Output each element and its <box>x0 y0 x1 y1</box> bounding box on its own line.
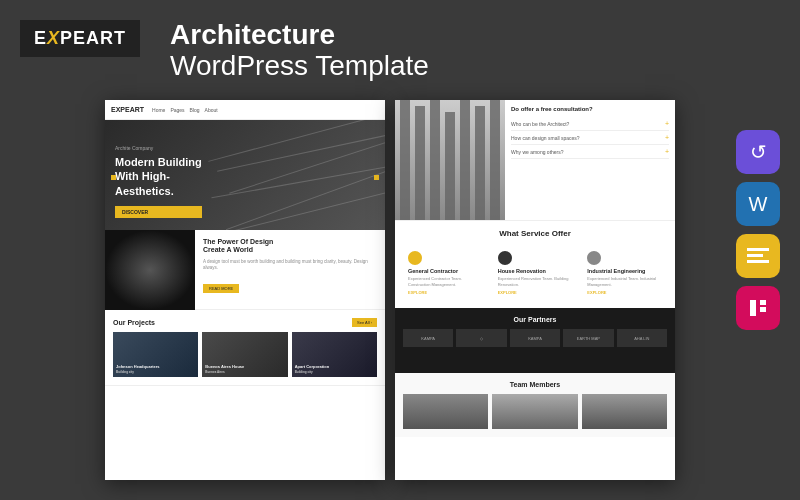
consultation-question-1: Who can be the Architect? <box>511 121 569 127</box>
svg-rect-5 <box>760 307 766 312</box>
power-image <box>105 230 195 310</box>
consult-arrow-2: + <box>665 134 669 141</box>
uf-plugin-icon[interactable] <box>736 234 780 278</box>
project-card-1[interactable]: Johnson HeadquartersBuilding city <box>113 332 198 377</box>
consult-arrow-1: + <box>665 120 669 127</box>
service-name-2: House Renovation <box>498 268 573 274</box>
pillar-4 <box>445 112 455 220</box>
partner-5: AHA LIN <box>617 329 667 347</box>
service-desc-2: Experienced Renovation Team. Building Re… <box>498 276 573 287</box>
logo-text: EXPEART <box>34 28 126 49</box>
power-description: A design tool must be worth building and… <box>203 259 377 272</box>
consultation-item-1[interactable]: Who can be the Architect? + <box>511 117 669 131</box>
project-name-1: Johnson HeadquartersBuilding city <box>116 364 160 374</box>
power-title: The Power Of DesignCreate A World <box>203 238 377 255</box>
partner-1: KAMPA <box>403 329 453 347</box>
tunnel-visual <box>105 230 195 310</box>
project-name-2: Buenos Aires HouseBuenos Aires <box>205 364 244 374</box>
projects-grid: Johnson HeadquartersBuilding city Buenos… <box>113 332 377 377</box>
partner-2: ◇ <box>456 329 506 347</box>
logo-x: X <box>47 28 60 48</box>
service-link-1[interactable]: EXPLORE <box>408 290 483 295</box>
hero-heading: Modern BuildingWith High-Aesthetics. <box>115 155 202 198</box>
partners-title: Our Partners <box>403 316 667 323</box>
team-section-title: Team Members <box>403 381 667 388</box>
service-link-2[interactable]: EXPLORE <box>498 290 573 295</box>
power-content: The Power Of DesignCreate A World A desi… <box>195 230 385 309</box>
mini-nav: EXPEART Home Pages Blog About <box>105 100 385 120</box>
service-icon-1 <box>408 251 422 265</box>
svg-rect-0 <box>747 248 769 251</box>
consultation-title: Do offer a free consultation? <box>511 106 669 112</box>
project-card-3[interactable]: Apart CorporationBuilding city <box>292 332 377 377</box>
service-link-3[interactable]: EXPLORE <box>587 290 662 295</box>
projects-section-header: Our Projects See All › <box>113 318 377 327</box>
consultation-item-2[interactable]: How can design small spaces? + <box>511 131 669 145</box>
projects-section-title: Our Projects <box>113 319 155 326</box>
mini-nav-home: Home <box>152 107 165 113</box>
svg-rect-4 <box>760 300 766 305</box>
consult-arrow-3: + <box>665 148 669 155</box>
mini-nav-blog: Blog <box>190 107 200 113</box>
partners-section: Our Partners KAMPA ◇ KAMPA EARTH MAP AHA… <box>395 308 675 373</box>
team-member-1 <box>403 394 488 429</box>
power-section: The Power Of DesignCreate A World A desi… <box>105 230 385 310</box>
svg-rect-1 <box>747 254 763 257</box>
service-name-1: General Contractor <box>408 268 483 274</box>
hero-dot-left <box>111 175 116 180</box>
pillar-1 <box>400 100 410 220</box>
team-member-2 <box>492 394 577 429</box>
service-icon-3 <box>587 251 601 265</box>
title-line2: WordPress Template <box>170 51 429 82</box>
consultation-form: Do offer a free consultation? Who can be… <box>505 100 675 220</box>
left-template-preview: EXPEART Home Pages Blog About Archite Co… <box>105 100 385 480</box>
pillar-6 <box>475 106 485 220</box>
hero-company-label: Archite Company <box>115 145 202 151</box>
hero-discover-button[interactable]: DISCOVER <box>115 206 202 218</box>
mini-nav-about: About <box>205 107 218 113</box>
svg-rect-3 <box>750 300 756 316</box>
service-icon-2 <box>498 251 512 265</box>
power-read-more-button[interactable]: READ MORE <box>203 284 239 293</box>
columns-visual <box>395 100 505 220</box>
mini-nav-items: Home Pages Blog About <box>152 107 218 113</box>
project-name-3: Apart CorporationBuilding city <box>295 364 329 374</box>
wordpress-plugin-icon[interactable]: W <box>736 182 780 226</box>
service-name-3: Industrial Engineering <box>587 268 662 274</box>
consultation-question-3: Why we among others? <box>511 149 564 155</box>
plugin-icons-panel: ↺ W <box>736 130 780 330</box>
hero-geo-lines <box>225 125 365 230</box>
pillar-3 <box>430 100 440 220</box>
hero-content: Archite Company Modern BuildingWith High… <box>115 145 202 218</box>
consultation-image <box>395 100 505 220</box>
services-section-title: What Service Offer <box>403 229 667 238</box>
projects-see-all-button[interactable]: See All › <box>352 318 377 327</box>
services-grid: General Contractor Experienced Contracto… <box>403 246 667 300</box>
recycle-plugin-icon[interactable]: ↺ <box>736 130 780 174</box>
header-area: EXPEART Architecture WordPress Template <box>20 20 429 82</box>
elementor-plugin-icon[interactable] <box>736 286 780 330</box>
mini-logo-text: EXPEART <box>111 106 144 113</box>
partner-3: KAMPA <box>510 329 560 347</box>
mini-hero-section: Archite Company Modern BuildingWith High… <box>105 120 385 230</box>
service-card-2: House Renovation Experienced Renovation … <box>493 246 578 300</box>
partners-grid: KAMPA ◇ KAMPA EARTH MAP AHA LIN <box>403 329 667 347</box>
project-card-2[interactable]: Buenos Aires HouseBuenos Aires <box>202 332 287 377</box>
svg-rect-2 <box>747 260 769 263</box>
team-grid <box>403 394 667 429</box>
consultation-section: Do offer a free consultation? Who can be… <box>395 100 675 220</box>
team-section: Team Members <box>395 373 675 437</box>
hero-dot-right <box>374 175 379 180</box>
consultation-item-3[interactable]: Why we among others? + <box>511 145 669 159</box>
brand-logo: EXPEART <box>20 20 140 57</box>
projects-section: Our Projects See All › Johnson Headquart… <box>105 310 385 386</box>
right-template-preview: Do offer a free consultation? Who can be… <box>395 100 675 480</box>
service-card-1: General Contractor Experienced Contracto… <box>403 246 488 300</box>
mini-nav-pages: Pages <box>170 107 184 113</box>
pillar-2 <box>415 106 425 220</box>
pillar-7 <box>490 100 500 220</box>
service-card-3: Industrial Engineering Experienced Indus… <box>582 246 667 300</box>
team-member-3 <box>582 394 667 429</box>
partner-4: EARTH MAP <box>563 329 613 347</box>
title-line1: Architecture <box>170 20 429 51</box>
